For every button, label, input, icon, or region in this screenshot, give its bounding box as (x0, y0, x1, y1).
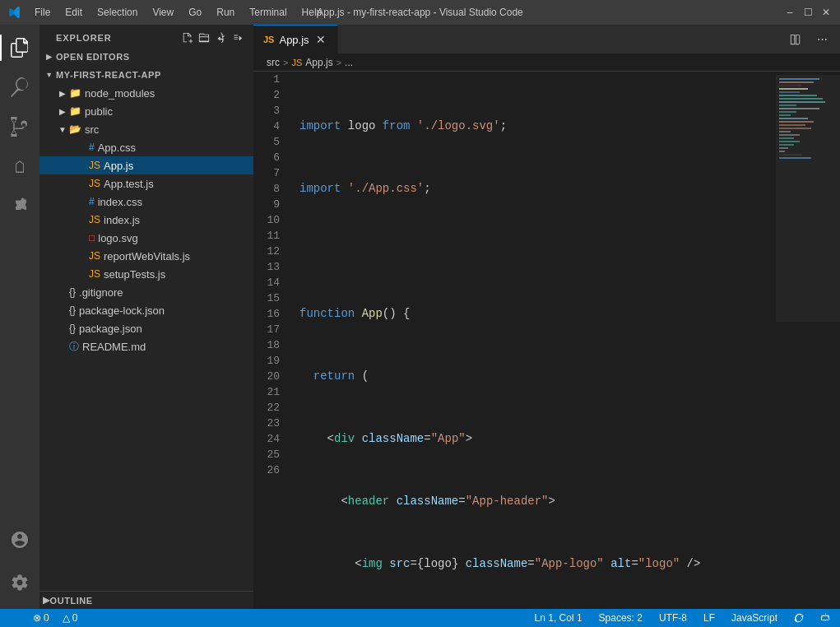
git-branch-status[interactable] (7, 613, 23, 623)
notifications-icon[interactable] (817, 613, 833, 623)
refresh-button[interactable] (214, 31, 227, 44)
more-actions-button[interactable]: ⋯ (810, 28, 833, 51)
tree-item-public[interactable]: ▶ 📁 public (39, 102, 253, 120)
activity-run-debug[interactable] (0, 146, 39, 186)
sidebar-header: EXPLORER (39, 25, 253, 48)
cursor-position[interactable]: Ln 1, Col 1 (531, 612, 586, 624)
window-title: App.js - my-first-react-app - Visual Stu… (317, 7, 523, 18)
src-arrow: ▼ (56, 125, 69, 134)
tabs-bar: JS App.js ✕ ⋯ (253, 25, 840, 53)
line-ending[interactable]: LF (700, 612, 718, 624)
md-file-icon: ⓘ (69, 340, 79, 354)
open-editors-section[interactable]: ▶ OPEN EDITORS (39, 48, 253, 66)
new-file-button[interactable] (181, 31, 194, 44)
activity-accounts[interactable] (0, 520, 39, 560)
tree-item-readme[interactable]: ⓘ README.md (39, 337, 253, 355)
line-num-4: 4 (253, 118, 286, 134)
new-folder-button[interactable] (197, 31, 211, 44)
menu-edit[interactable]: Edit (58, 5, 89, 20)
activity-explorer[interactable] (0, 28, 39, 67)
code-line-1: import logo from './logo.svg'; (299, 118, 774, 134)
outline-section[interactable]: ▶ OUTLINE (39, 591, 253, 609)
tree-item-package-json[interactable]: {} package.json (39, 319, 253, 337)
warning-count: 0 (72, 612, 78, 624)
package-lock-label: package-lock.json (79, 304, 165, 317)
tree-item-app-js[interactable]: JS App.js (39, 156, 253, 174)
outline-label: OUTLINE (50, 596, 93, 606)
folder-icon: 📁 (69, 105, 81, 117)
sidebar-actions (181, 31, 244, 44)
code-line-2: import './App.css'; (299, 181, 774, 197)
split-editor-button[interactable] (784, 28, 807, 51)
encoding[interactable]: UTF-8 (656, 612, 690, 624)
breadcrumb-symbol[interactable]: ... (345, 57, 353, 68)
code-editor[interactable]: 1 2 3 4 5 6 7 8 9 10 11 12 13 14 15 16 1… (253, 72, 840, 609)
js-file-icon: JS (89, 250, 100, 262)
menu-selection[interactable]: Selection (90, 5, 144, 20)
tree-item-index-css[interactable]: # index.css (39, 193, 253, 211)
menu-file[interactable]: File (28, 5, 57, 20)
activity-bar-bottom (0, 520, 39, 609)
code-line-6: <div className="App"> (299, 431, 774, 447)
tree-item-package-lock[interactable]: {} package-lock.json (39, 301, 253, 319)
tab-close-button[interactable]: ✕ (314, 33, 327, 46)
app-js-label: App.js (104, 160, 133, 172)
menu-run[interactable]: Run (210, 5, 241, 20)
tree-item-logo-svg[interactable]: □ logo.svg (39, 229, 253, 247)
public-label: public (85, 105, 113, 118)
project-root-section[interactable]: ▼ MY-FIRST-REACT-APP (39, 66, 253, 84)
index-css-label: index.css (98, 196, 142, 208)
tree-item-report-web-vitals[interactable]: JS reportWebVitals.js (39, 247, 253, 265)
app-test-js-label: App.test.js (104, 178, 154, 190)
maximize-button[interactable]: ☐ (802, 7, 814, 18)
breadcrumb-js-icon: JS (291, 58, 302, 67)
warnings-status[interactable]: △ 0 (59, 612, 81, 624)
window-controls: – ☐ ✕ (784, 7, 832, 18)
tree-item-node-modules[interactable]: ▶ 📁 node_modules (39, 84, 253, 102)
line-num-25: 25 (253, 447, 286, 462)
menu-terminal[interactable]: Terminal (243, 5, 293, 20)
indentation[interactable]: Spaces: 2 (596, 612, 646, 624)
index-js-label: index.js (104, 214, 140, 226)
menu-view[interactable]: View (146, 5, 180, 20)
code-line-8: <img src={logo} className="App-logo" alt… (299, 556, 774, 572)
readme-label: README.md (82, 341, 146, 353)
tree-item-gitignore[interactable]: {} .gitignore (39, 283, 253, 301)
activity-source-control[interactable] (0, 107, 39, 146)
status-bar-right: Ln 1, Col 1 Spaces: 2 UTF-8 LF JavaScrip… (531, 612, 833, 624)
error-icon: ⊗ (33, 612, 41, 624)
tree-item-src[interactable]: ▼ 📂 src (39, 120, 253, 138)
tab-app-js[interactable]: JS App.js ✕ (253, 25, 338, 53)
menu-go[interactable]: Go (182, 5, 208, 20)
tree-item-app-css[interactable]: # App.css (39, 138, 253, 156)
activity-search[interactable] (0, 67, 39, 107)
breadcrumb-src[interactable]: src (267, 57, 280, 68)
line-num-10: 10 (253, 212, 286, 228)
line-num-1: 1 (253, 72, 286, 87)
tab-js-icon: JS (263, 35, 274, 44)
tabs-bar-actions: ⋯ (784, 28, 840, 51)
outline-arrow: ▶ (43, 595, 50, 606)
close-button[interactable]: ✕ (820, 7, 832, 18)
collapse-all-button[interactable] (230, 31, 244, 44)
line-num-7: 7 (253, 165, 286, 181)
sync-icon[interactable] (791, 613, 807, 623)
activity-settings[interactable] (0, 563, 39, 602)
css-file-icon: # (89, 196, 95, 207)
errors-status[interactable]: ⊗ 0 (30, 612, 53, 624)
minimize-button[interactable]: – (784, 7, 796, 18)
tree-item-setup-tests[interactable]: JS setupTests.js (39, 265, 253, 283)
css-file-icon: # (89, 142, 95, 153)
git-file-icon: {} (69, 286, 76, 298)
breadcrumb-file[interactable]: App.js (305, 57, 332, 68)
vscode-logo-icon (8, 6, 21, 19)
minimap-content (774, 72, 840, 323)
tree-item-index-js[interactable]: JS index.js (39, 211, 253, 229)
code-content[interactable]: import logo from './logo.svg'; import '.… (293, 72, 774, 609)
language-mode[interactable]: JavaScript (728, 612, 781, 624)
line-num-24: 24 (253, 431, 286, 447)
line-num-14: 14 (253, 275, 286, 290)
activity-extensions[interactable] (0, 186, 39, 225)
tree-item-app-test-js[interactable]: JS App.test.js (39, 174, 253, 193)
json-file-icon: {} (69, 323, 76, 334)
